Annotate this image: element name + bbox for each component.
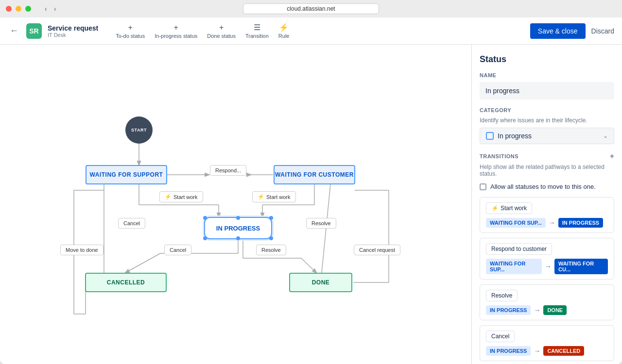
start-work-right-btn[interactable]: ⚡ Start work [252, 191, 296, 202]
category-select[interactable]: In progress ⌄ [480, 128, 614, 144]
project-name: Service request [48, 24, 98, 32]
allow-all-row: Allow all statuses to move to this one. [480, 183, 614, 190]
sidebar-title: Status [480, 54, 614, 65]
transition-flow-1: WAITING FOR SUP... → WAITING FOR CU... [486, 259, 608, 274]
move-done-btn[interactable]: Move to done [60, 245, 104, 255]
transition-name-3: Cancel [491, 333, 509, 340]
flow-to-2: DONE [543, 305, 567, 315]
plus-icon: + [128, 23, 133, 32]
project-sub: IT Desk [48, 32, 98, 38]
transition-card-0[interactable]: ⚡ Start work WAITING FOR SUP... → IN PRO… [480, 197, 614, 233]
save-close-button[interactable]: Save & close [530, 23, 586, 39]
name-label: NAME [480, 72, 614, 78]
cancelled-node[interactable]: CANCELLED [85, 273, 167, 292]
category-desc: Identify where issues are in their lifec… [480, 117, 614, 124]
project-info: Service request IT Desk [48, 24, 98, 38]
svg-line-11 [125, 253, 160, 273]
transition-name-2: Resolve [491, 292, 512, 299]
app-header: ← SR Service request IT Desk + To-do sta… [0, 17, 622, 45]
respond-btn[interactable]: Respond... [210, 165, 246, 176]
flow-arrow-3: → [534, 347, 540, 355]
close-button[interactable] [6, 6, 12, 12]
flow-from-1: WAITING FOR SUP... [486, 259, 542, 274]
flow-arrow-2: → [534, 306, 540, 314]
transition-action[interactable]: ☰ Transition [245, 23, 269, 39]
cancel-left-btn[interactable]: Cancel [118, 218, 145, 229]
transition-name-btn-1[interactable]: Respond to customer [486, 243, 552, 255]
transition-card-1[interactable]: Respond to customer WAITING FOR SUP... →… [480, 238, 614, 280]
discard-button[interactable]: Discard [591, 27, 614, 35]
waiting-support-node[interactable]: WAITING FOR SUPPORT [86, 165, 167, 184]
transition-name-btn-0[interactable]: ⚡ Start work [486, 202, 532, 214]
add-transition-button[interactable]: + [610, 152, 614, 161]
waiting-customer-node[interactable]: WAITING FOR CUSTOMER [274, 165, 355, 184]
done-node[interactable]: DONE [289, 273, 352, 292]
flow-to-3: CANCELLED [543, 346, 584, 356]
done-status-action[interactable]: + Done status [207, 23, 236, 39]
transitions-desc: Help show all the related pathways to a … [480, 164, 614, 177]
bolt-icon-swr: ⚡ [258, 194, 264, 200]
in-progress-label: IN PROGRESS [216, 225, 260, 232]
start-work-left-btn[interactable]: ⚡ Start work [159, 191, 203, 202]
chevron-down-icon: ⌄ [603, 132, 608, 139]
transition-name-btn-3[interactable]: Cancel [486, 331, 515, 342]
header-actions: + To-do status + In-progress status + Do… [116, 23, 289, 39]
resize-handle-br[interactable] [269, 236, 273, 240]
svg-line-14 [301, 258, 316, 273]
category-section: CATEGORY Identify where issues are in th… [480, 107, 614, 144]
resolve-right-btn[interactable]: Resolve [306, 218, 336, 229]
cancel-mid-btn[interactable]: Cancel [164, 245, 191, 255]
sidebar: Status NAME In progress CATEGORY Identif… [471, 45, 622, 364]
project-icon: SR [26, 23, 42, 39]
resize-handle-tr[interactable] [269, 216, 273, 220]
transition-label: Transition [245, 33, 269, 39]
header-right: Save & close Discard [530, 23, 614, 39]
flow-from-2: IN PROGRESS [486, 305, 531, 315]
start-work-right-label: Start work [266, 194, 291, 200]
flow-arrow-1: → [545, 263, 552, 270]
svg-line-16 [321, 184, 330, 282]
allow-all-checkbox[interactable] [480, 183, 486, 190]
todo-status-action[interactable]: + To-do status [116, 23, 145, 39]
resize-handle-tm[interactable] [236, 216, 240, 220]
transition-name-0: Start work [501, 205, 527, 212]
flow-from-0: WAITING FOR SUP... [486, 218, 546, 228]
main-content: START WAITING FOR SUPPORT WAITING FOR CU… [0, 45, 622, 364]
address-bar: cloud.atlassian.net [243, 3, 379, 14]
category-label: CATEGORY [480, 107, 614, 113]
resize-handle-tl[interactable] [203, 216, 207, 220]
move-done-label: Move to done [66, 247, 98, 253]
canvas-area[interactable]: START WAITING FOR SUPPORT WAITING FOR CU… [0, 45, 471, 364]
bolt-icon: ⚡ [279, 23, 289, 32]
todo-status-label: To-do status [116, 33, 145, 39]
rule-action[interactable]: ⚡ Rule [278, 23, 290, 39]
resize-handle-bl[interactable] [203, 236, 207, 240]
back-button[interactable]: ← [8, 24, 20, 38]
category-text: In progress [498, 132, 603, 140]
transition-card-3[interactable]: Cancel IN PROGRESS → CANCELLED [480, 325, 614, 361]
resolve-right-label: Resolve [311, 220, 331, 226]
transition-flow-0: WAITING FOR SUP... → IN PROGRESS [486, 218, 608, 228]
transition-name-btn-2[interactable]: Resolve [486, 290, 518, 301]
flow-to-0: IN PROGRESS [558, 218, 603, 228]
cancel-left-label: Cancel [123, 220, 140, 226]
maximize-button[interactable] [25, 6, 31, 12]
transition-icon: ☰ [254, 23, 260, 32]
start-node[interactable]: START [125, 116, 153, 144]
inprogress-status-action[interactable]: + In-progress status [155, 23, 197, 39]
inprogress-status-label: In-progress status [155, 33, 197, 39]
resolve-mid-btn[interactable]: Resolve [256, 245, 286, 255]
transition-card-2[interactable]: Resolve IN PROGRESS → DONE [480, 284, 614, 320]
transition-flow-3: IN PROGRESS → CANCELLED [486, 346, 608, 356]
done-status-label: Done status [207, 33, 236, 39]
titlebar: ‹ › cloud.atlassian.net [0, 0, 622, 17]
in-progress-node[interactable]: IN PROGRESS [204, 217, 272, 239]
cancel-request-label: Cancel request [359, 247, 395, 253]
cancel-request-btn[interactable]: Cancel request [354, 245, 400, 255]
resize-handle-bm[interactable] [236, 236, 240, 240]
forward-nav-button[interactable]: › [52, 4, 58, 14]
back-nav-button[interactable]: ‹ [43, 4, 49, 14]
plus-icon-2: + [174, 23, 178, 32]
minimize-button[interactable] [16, 6, 21, 12]
rule-label: Rule [278, 33, 290, 39]
